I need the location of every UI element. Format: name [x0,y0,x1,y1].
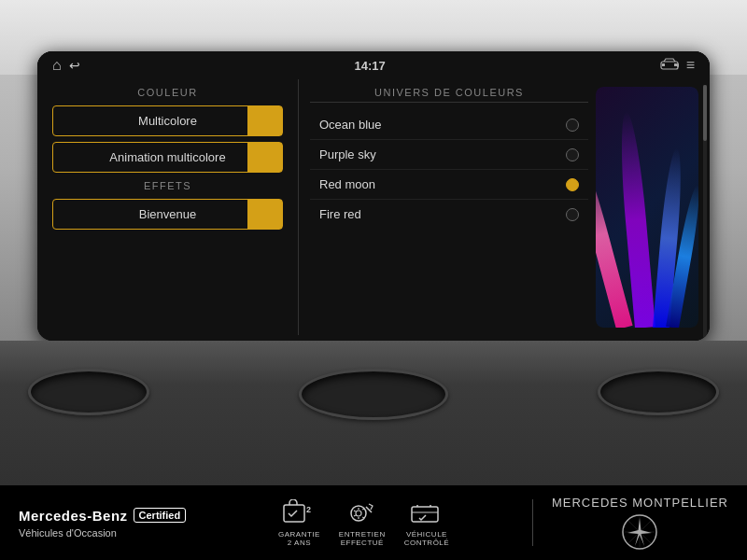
car-background: ⌂ ↩ 14:17 ≡ [0,0,747,560]
univers-label: UNIVERS DE COULEURS [310,87,588,103]
vent-center [299,369,448,420]
status-bar: ⌂ ↩ 14:17 ≡ [37,51,710,79]
svg-text:2: 2 [306,505,311,514]
footer-brand: Mercedes-Benz Certified Véhicules d'Occa… [19,508,186,539]
fire-red-radio[interactable] [566,208,579,221]
vents-row [0,359,747,429]
svg-point-7 [356,511,361,516]
purple-sky-label: Purple sky [319,147,376,161]
effets-label: EFFETS [52,180,283,191]
mb-brand-text: Mercedes-Benz [19,508,128,524]
fire-red-label: Fire red [319,207,361,221]
time-display: 14:17 [355,59,386,73]
red-moon-item[interactable]: Red moon [310,170,588,200]
entretien-label: ENTRETIENEFFECTUÉ [339,530,386,547]
purple-sky-item[interactable]: Purple sky [310,140,588,170]
vent-left [28,369,149,415]
red-moon-radio[interactable] [566,178,579,191]
animation-multicolore-item[interactable]: Animation multicolore [52,142,283,173]
footer-icon-vehicule: VÉHICULECONTRÔLÉ [404,499,449,547]
infotainment-screen: ⌂ ↩ 14:17 ≡ [37,51,710,341]
dealer-name: MERCEDES MONTPELLIER [552,496,728,510]
scrollbar-thumb[interactable] [703,85,707,141]
vehicles-text: Véhicules d'Occasion [19,527,117,539]
bienvenue-item[interactable]: Bienvenue [52,199,283,230]
ocean-blue-label: Ocean blue [319,118,382,132]
right-status-icons: ≡ [660,57,695,74]
ocean-blue-radio[interactable] [566,119,579,132]
garantie-label: GARANTIE2 ANS [278,530,320,547]
svg-rect-2 [662,63,665,66]
garantie-icon: 2 [282,499,316,527]
color-visualization [596,87,698,328]
red-moon-label: Red moon [319,177,375,191]
viz-background [596,87,698,328]
vent-right [598,369,719,415]
mb-star-logo [621,513,658,551]
purple-sky-radio[interactable] [566,148,579,161]
ocean-blue-item[interactable]: Ocean blue [310,110,588,140]
message-icon[interactable]: ≡ [686,57,695,74]
entretien-icon [345,499,379,527]
car-bottom-area: Mercedes-Benz Certified Véhicules d'Occa… [0,341,747,560]
svg-rect-3 [674,63,677,66]
footer-bar: Mercedes-Benz Certified Véhicules d'Occa… [0,485,747,560]
footer-dealer: MERCEDES MONTPELLIER [552,496,728,551]
scrollbar[interactable] [703,85,707,341]
svg-rect-8 [412,507,438,522]
vehicule-icon [410,499,444,527]
couleur-label: COULEUR [52,87,283,98]
svg-rect-1 [677,63,679,67]
right-panel: UNIVERS DE COULEURS Ocean blue Purple sk… [299,79,710,335]
footer-icon-garantie: 2 GARANTIE2 ANS [278,499,320,547]
left-panel: COULEUR Multicolore Animation multicolor… [37,79,299,335]
left-status-icons: ⌂ ↩ [52,57,80,74]
mb-logo-area: Mercedes-Benz Certified [19,508,186,524]
screen-content: ⌂ ↩ 14:17 ≡ [37,51,710,341]
back-icon[interactable]: ↩ [69,58,80,73]
home-icon[interactable]: ⌂ [52,57,62,74]
multicolore-item[interactable]: Multicolore [52,105,283,136]
footer-divider [532,499,533,546]
footer-icons: 2 GARANTIE2 ANS [214,499,514,547]
car-status-icon [660,58,679,74]
main-content: COULEUR Multicolore Animation multicolor… [37,79,710,335]
vehicule-label: VÉHICULECONTRÔLÉ [404,530,449,547]
color-list: UNIVERS DE COULEURS Ocean blue Purple sk… [310,87,588,328]
fire-red-item[interactable]: Fire red [310,200,588,229]
footer-icon-entretien: ENTRETIENEFFECTUÉ [339,499,386,547]
certified-badge: Certified [134,508,187,523]
